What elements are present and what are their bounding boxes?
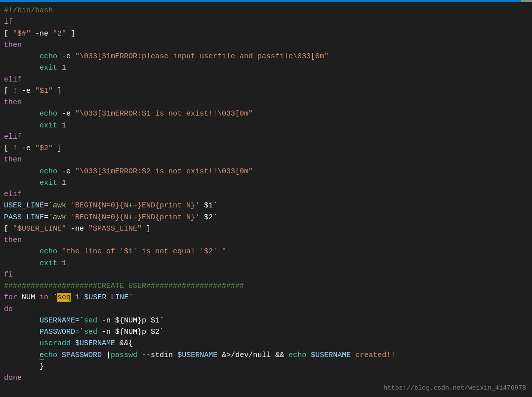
str-hash: "$#": [13, 30, 31, 38]
keyword-elif3: elif: [4, 190, 22, 198]
line-21: then: [4, 235, 528, 246]
keyword-elif1: elif: [4, 76, 22, 84]
keyword-fi: fi: [4, 271, 13, 279]
awk-str2: 'BEGIN{N=0}{N++}END{print N}': [71, 213, 200, 222]
cmd-seq-highlight: seq: [57, 293, 71, 302]
keyword-elif2: elif: [4, 133, 22, 141]
str-2: "2": [53, 30, 66, 38]
cmd-exit2: exit: [40, 121, 57, 130]
line-28: USERNAME=`sed -n ${NUM}p $1`: [4, 315, 528, 326]
num-1: 1: [62, 64, 66, 72]
line-8: [ ! -e "$1" ]: [4, 85, 528, 97]
line-12: elif: [4, 131, 528, 143]
line-18: USER_LINE=`awk 'BEGIN{N=0}{N++}END{print…: [4, 200, 528, 211]
cmd-echo3: echo: [40, 167, 57, 176]
line-25: #####################CREATE USER########…: [4, 280, 528, 292]
line-7: elif: [4, 74, 528, 85]
line-22: echo "the line of '$1' is not equal '$2'…: [4, 246, 528, 257]
var-userline2: $USER_LINE: [84, 293, 128, 302]
line-17: elif: [4, 189, 528, 200]
cmd-echo5: cho: [44, 351, 57, 359]
line-13: [ ! -e "$2" ]: [4, 143, 528, 154]
num-1b: 1: [62, 121, 66, 130]
top-bar: [0, 0, 532, 2]
keyword-if: if: [4, 18, 13, 26]
line-15: echo -e "\033[31mERROR:$2 is not exist!!…: [4, 166, 528, 177]
keyword-do: do: [4, 305, 13, 314]
code-content: #!/bin/bash if [ "$#" -ne "2" ] then ech…: [4, 2, 528, 384]
cmd-awk1: awk: [53, 201, 66, 210]
cmd-useradd: useradd: [40, 339, 71, 348]
line-27: do: [4, 304, 528, 315]
cmd-exit4: exit: [40, 259, 57, 268]
keyword-then3: then: [4, 156, 22, 164]
num-1e: 1: [75, 293, 80, 302]
line-19: PASS_LINE=`awk 'BEGIN{N=0}{N++}END{print…: [4, 212, 528, 223]
cmd-echo: echo: [40, 52, 57, 61]
cmd-exit: exit: [40, 64, 57, 72]
var-username3: $USERNAME: [177, 351, 217, 359]
line-11: exit 1: [4, 120, 528, 131]
cmd-exit3: exit: [40, 179, 57, 187]
cmd-echo2: echo: [40, 110, 57, 118]
line-33: done: [4, 372, 528, 384]
line-6: exit 1: [4, 62, 528, 74]
keyword-then4: then: [4, 236, 22, 244]
num-1c: 1: [62, 179, 66, 187]
var-username: USERNAME: [40, 317, 75, 325]
bracket-open: [: [4, 30, 13, 38]
cmd-echo6: echo: [288, 351, 306, 359]
var-userline: USER_LINE: [4, 201, 44, 210]
line-9: then: [4, 97, 528, 108]
line-32: }: [4, 361, 528, 372]
line-10: echo -e "\033[31mERROR:$1 is not exist!!…: [4, 108, 528, 119]
cursor-echo: e: [40, 351, 44, 360]
cmd-sed2: sed: [84, 328, 97, 336]
line-23: exit 1: [4, 258, 528, 269]
str-created: created!!: [355, 351, 395, 359]
cmd-awk2: awk: [53, 213, 66, 222]
str-error3: "\033[31mERROR:$2 is not exist!!\033[0m": [75, 167, 253, 176]
line-4: then: [4, 40, 528, 51]
cmd-sed1: sed: [84, 317, 97, 325]
comment-create: #####################CREATE USER########…: [4, 282, 244, 290]
line-30: useradd $USERNAME &&{: [4, 338, 528, 349]
str-error2: "\033[31mERROR:$1 is not exist!!\033[0m": [75, 110, 253, 118]
var-username2: $USERNAME: [75, 339, 115, 348]
cmd-passwd: passwd: [111, 351, 137, 359]
awk-str1: 'BEGIN{N=0}{N++}END{print N}': [71, 201, 200, 210]
keyword-then2: then: [4, 98, 22, 107]
str-line: "the line of '$1' is not equal '$2' ": [62, 247, 226, 256]
num-1d: 1: [62, 259, 66, 268]
var-passline: PASS_LINE: [4, 213, 44, 222]
var-password: PASSWORD: [40, 328, 75, 336]
line-26: for NUM in `seq 1 $USER_LINE`: [4, 292, 528, 303]
keyword-for: for: [4, 293, 17, 302]
keyword-in: in: [40, 293, 48, 302]
line-5: echo -e "\033[31mERROR:please input user…: [4, 51, 528, 62]
line-24: fi: [4, 269, 528, 280]
str-error1: "\033[31mERROR:please input userfile and…: [75, 52, 328, 61]
line-1: #!/bin/bash: [4, 5, 528, 16]
line-29: PASSWORD=`sed -n ${NUM}p $2`: [4, 326, 528, 338]
cmd-echo4: echo: [40, 247, 57, 256]
var-username4: $USERNAME: [311, 351, 351, 359]
shebang: #!/bin/bash: [4, 6, 53, 15]
line-3: [ "$#" -ne "2" ]: [4, 28, 528, 40]
line-20: [ "$USER_LINE" -ne "$PASS_LINE" ]: [4, 223, 528, 235]
line-14: then: [4, 154, 528, 165]
keyword-then: then: [4, 41, 22, 49]
code-container: #!/bin/bash if [ "$#" -ne "2" ] then ech…: [0, 0, 532, 397]
line-31: echo $PASSWORD |passwd --stdin $USERNAME…: [4, 350, 528, 361]
keyword-done: done: [4, 374, 22, 382]
footer-url: https://blog.csdn.net/weixin_41476978: [383, 383, 526, 393]
line-16: exit 1: [4, 177, 528, 189]
var-password2: $PASSWORD: [62, 351, 102, 359]
line-2: if: [4, 16, 528, 28]
